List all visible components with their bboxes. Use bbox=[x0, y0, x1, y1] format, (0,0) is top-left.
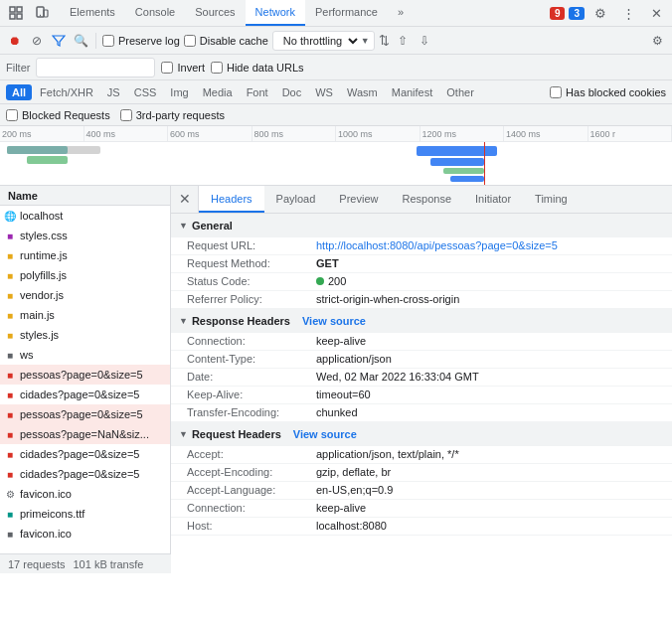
list-item[interactable]: ■ primeicons.ttf bbox=[0, 504, 170, 524]
tab-response[interactable]: Response bbox=[390, 186, 463, 213]
disable-cache-checkbox[interactable] bbox=[184, 35, 196, 47]
third-party-label[interactable]: 3rd-party requests bbox=[120, 109, 225, 121]
invert-label[interactable]: Invert bbox=[161, 62, 205, 74]
list-item[interactable]: ■ pessoas?page=NaN&siz... bbox=[0, 424, 170, 444]
request-view-source-btn[interactable]: View source bbox=[293, 428, 357, 440]
preserve-log-checkbox[interactable] bbox=[102, 35, 114, 47]
request-url-val[interactable]: http://localhost:8080/api/pessoas?page=0… bbox=[316, 239, 558, 251]
hide-data-urls-checkbox[interactable] bbox=[211, 62, 223, 74]
tab-preview[interactable]: Preview bbox=[327, 186, 390, 213]
host-row: Host: localhost:8080 bbox=[171, 518, 672, 536]
type-css-btn[interactable]: CSS bbox=[128, 84, 163, 100]
has-blocked-cookies-checkbox[interactable] bbox=[550, 86, 562, 98]
svg-rect-0 bbox=[10, 7, 15, 12]
tab-elements[interactable]: Elements bbox=[60, 0, 125, 26]
list-item[interactable]: ■ pessoas?page=0&size=5 bbox=[0, 404, 170, 424]
upload-icon[interactable]: ⇧ bbox=[394, 32, 412, 50]
js-icon: ■ bbox=[4, 329, 16, 341]
file-name: localhost bbox=[20, 210, 166, 222]
list-item[interactable]: ■ polyfills.js bbox=[0, 265, 170, 285]
device-icon[interactable] bbox=[30, 1, 54, 25]
accept-val: application/json, text/plain, */* bbox=[316, 448, 459, 460]
list-item[interactable]: ■ runtime.js bbox=[0, 245, 170, 265]
type-manifest-btn[interactable]: Manifest bbox=[386, 84, 439, 100]
settings-network-icon[interactable]: ⚙ bbox=[648, 32, 666, 50]
details-content: ▼ General Request URL: http://localhost:… bbox=[171, 214, 672, 573]
favicon-icon: ■ bbox=[4, 528, 16, 540]
type-ws-btn[interactable]: WS bbox=[309, 84, 339, 100]
list-item[interactable]: ■ main.js bbox=[0, 305, 170, 325]
list-item[interactable]: ■ favicon.ico bbox=[0, 524, 170, 544]
search-icon[interactable]: 🔍 bbox=[72, 32, 89, 50]
response-headers-toggle-icon: ▼ bbox=[179, 316, 188, 326]
type-media-btn[interactable]: Media bbox=[197, 84, 239, 100]
more-options-icon[interactable]: ⋮ bbox=[616, 1, 640, 25]
referrer-policy-row: Referrer Policy: strict-origin-when-cros… bbox=[171, 291, 672, 309]
inspect-icon[interactable] bbox=[4, 1, 28, 25]
tab-initiator[interactable]: Initiator bbox=[463, 186, 523, 213]
file-name: runtime.js bbox=[20, 249, 166, 261]
settings-icon[interactable]: ⚙ bbox=[588, 1, 612, 25]
tab-console[interactable]: Console bbox=[125, 0, 185, 26]
details-close-btn[interactable]: ✕ bbox=[171, 185, 199, 213]
general-section-header[interactable]: ▼ General bbox=[171, 214, 672, 237]
file-name: main.js bbox=[20, 309, 166, 321]
invert-checkbox[interactable] bbox=[161, 62, 173, 74]
list-item[interactable]: ■ vendor.js bbox=[0, 285, 170, 305]
file-name: polyfills.js bbox=[20, 269, 166, 281]
blocked-requests-label[interactable]: Blocked Requests bbox=[6, 109, 110, 121]
type-fetch-btn[interactable]: Fetch/XHR bbox=[34, 84, 99, 100]
devtools-tab-bar: Elements Console Sources Network Perform… bbox=[0, 0, 672, 27]
type-filter-bar: All Fetch/XHR JS CSS Img Media Font Doc … bbox=[0, 80, 672, 104]
list-item[interactable]: ■ ws bbox=[0, 345, 170, 365]
throttle-arrow-icon: ▼ bbox=[361, 36, 370, 46]
list-item[interactable]: ■ styles.css bbox=[0, 226, 170, 245]
tab-more[interactable]: » bbox=[388, 0, 414, 26]
tab-performance[interactable]: Performance bbox=[305, 0, 388, 26]
list-item[interactable]: 🌐 localhost bbox=[0, 206, 170, 226]
tab-network[interactable]: Network bbox=[246, 0, 305, 26]
download-icon[interactable]: ⇩ bbox=[416, 32, 433, 50]
record-icon[interactable]: ⏺ bbox=[6, 32, 24, 50]
type-doc-btn[interactable]: Doc bbox=[276, 84, 308, 100]
main-area: Name 🌐 localhost ■ styles.css ■ runtime.… bbox=[0, 186, 672, 573]
file-name: cidades?page=0&size=5 bbox=[20, 448, 166, 460]
list-item-selected[interactable]: ■ pessoas?page=0&size=5 bbox=[0, 365, 170, 385]
filter-input[interactable] bbox=[36, 58, 155, 78]
host-val: localhost:8080 bbox=[316, 520, 387, 532]
tab-sources[interactable]: Sources bbox=[185, 0, 245, 26]
has-blocked-cookies-label[interactable]: Has blocked cookies bbox=[550, 86, 666, 98]
list-item[interactable]: ■ cidades?page=0&size=5 bbox=[0, 385, 170, 404]
has-blocked-cookies-text: Has blocked cookies bbox=[566, 86, 666, 98]
throttle-selector[interactable]: No throttling ▼ bbox=[272, 31, 375, 51]
list-item[interactable]: ■ cidades?page=0&size=5 bbox=[0, 444, 170, 464]
tab-headers[interactable]: Headers bbox=[199, 186, 264, 213]
blocked-requests-checkbox[interactable] bbox=[6, 109, 18, 121]
list-item[interactable]: ■ styles.js bbox=[0, 325, 170, 345]
request-method-row: Request Method: GET bbox=[171, 255, 672, 273]
warning-badge: 3 bbox=[569, 7, 585, 20]
throttle-select[interactable]: No throttling bbox=[277, 34, 361, 48]
wifi-icon: ⇅ bbox=[379, 33, 390, 48]
list-item[interactable]: ■ cidades?page=0&size=5 bbox=[0, 464, 170, 484]
close-icon[interactable]: ✕ bbox=[644, 1, 668, 25]
stop-icon[interactable]: ⊘ bbox=[28, 32, 46, 50]
response-view-source-btn[interactable]: View source bbox=[302, 315, 366, 327]
disable-cache-label[interactable]: Disable cache bbox=[184, 35, 268, 47]
tab-timing[interactable]: Timing bbox=[523, 186, 580, 213]
type-all-btn[interactable]: All bbox=[6, 84, 32, 100]
preserve-log-label[interactable]: Preserve log bbox=[102, 35, 180, 47]
third-party-checkbox[interactable] bbox=[120, 109, 132, 121]
type-other-btn[interactable]: Other bbox=[440, 84, 480, 100]
hide-data-urls-label[interactable]: Hide data URLs bbox=[211, 62, 304, 74]
api-icon: ■ bbox=[4, 408, 16, 420]
list-item[interactable]: ⚙ favicon.ico bbox=[0, 484, 170, 504]
type-js-btn[interactable]: JS bbox=[101, 84, 126, 100]
type-wasm-btn[interactable]: Wasm bbox=[341, 84, 384, 100]
type-img-btn[interactable]: Img bbox=[164, 84, 194, 100]
tab-payload[interactable]: Payload bbox=[264, 186, 328, 213]
response-headers-section-header[interactable]: ▼ Response Headers View source bbox=[171, 309, 672, 333]
filter-icon[interactable] bbox=[50, 32, 68, 50]
request-headers-section-header[interactable]: ▼ Request Headers View source bbox=[171, 422, 672, 446]
type-font-btn[interactable]: Font bbox=[241, 84, 274, 100]
